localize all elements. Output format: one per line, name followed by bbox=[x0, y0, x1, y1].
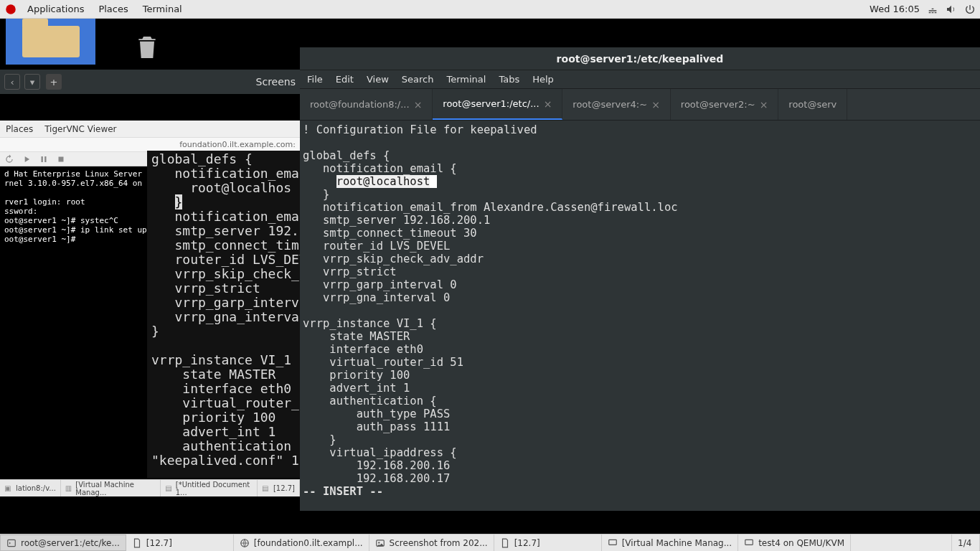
vm-icon: ▥ bbox=[65, 484, 73, 493]
background-editor: global_defs { notification_email root@lo… bbox=[147, 151, 301, 478]
back-button[interactable]: ‹ bbox=[4, 74, 20, 90]
toolbar-pause-icon[interactable] bbox=[39, 154, 49, 164]
task-label: Screenshot from 202... bbox=[390, 538, 488, 548]
menu-applications[interactable]: Applications bbox=[27, 4, 84, 14]
chevron-down-icon[interactable]: ▾ bbox=[24, 74, 40, 90]
power-icon[interactable] bbox=[964, 4, 976, 15]
close-icon[interactable]: × bbox=[760, 99, 768, 110]
network-icon[interactable] bbox=[927, 4, 938, 15]
menu-terminal[interactable]: Terminal bbox=[446, 74, 486, 85]
menu-file[interactable]: File bbox=[307, 74, 323, 85]
vnc-tab-3[interactable]: ▤[*Untitled Document 1... bbox=[161, 480, 258, 496]
terminal-tab-overflow[interactable]: root@serv bbox=[778, 89, 847, 120]
volume-icon[interactable] bbox=[946, 4, 957, 15]
toolbar-play-icon[interactable] bbox=[22, 154, 32, 164]
terminal-tab-server4[interactable]: root@server4:~ × bbox=[562, 89, 671, 120]
tab-label: root@server1:/etc/... bbox=[443, 98, 539, 109]
bg-editor-cursor: } bbox=[175, 194, 183, 209]
folder-icon bbox=[22, 26, 80, 57]
bottom-taskbar: root@server1:/etc/ke... [12.7] [foundati… bbox=[0, 534, 980, 551]
vnc-tab-1[interactable]: ▣lation8:/v... bbox=[0, 480, 61, 496]
vnc-tab-2[interactable]: ▥[Virtual Machine Manag... bbox=[61, 480, 161, 496]
task-test4-vm[interactable]: test4 on QEMU/KVM bbox=[738, 534, 851, 551]
gnome-terminal-window: root@server1:/etc/keepalived File Edit V… bbox=[300, 47, 980, 511]
workspace-label: 1/4 bbox=[958, 538, 971, 548]
image-icon bbox=[375, 538, 385, 548]
document-icon: ▤ bbox=[165, 484, 173, 493]
tab-label: root@serv bbox=[788, 99, 837, 110]
svg-rect-6 bbox=[608, 540, 616, 545]
screenshot-title: Screens bbox=[256, 76, 300, 88]
vnc-titlebar: foundation0.ilt.example.com: bbox=[0, 138, 300, 152]
cursor bbox=[430, 175, 436, 188]
terminal-tabbar: root@foundation8:/... × root@server1:/et… bbox=[300, 89, 980, 121]
vm-icon bbox=[608, 538, 618, 548]
globe-icon bbox=[240, 538, 250, 548]
terminal-tab-server1[interactable]: root@server1:/etc/... × bbox=[433, 89, 562, 120]
terminal-body[interactable]: ! Configuration File for keepalived glob… bbox=[300, 121, 980, 511]
task-terminal[interactable]: root@server1:/etc/ke... bbox=[0, 534, 126, 551]
document-icon bbox=[132, 538, 142, 548]
svg-rect-2 bbox=[8, 540, 16, 546]
menu-view[interactable]: View bbox=[367, 74, 389, 85]
clock[interactable]: Wed 16:05 bbox=[870, 4, 920, 14]
svg-point-0 bbox=[6, 4, 16, 14]
svg-point-5 bbox=[378, 542, 380, 543]
vnc-bottom-taskbar: ▣lation8:/v... ▥[Virtual Machine Manag..… bbox=[0, 479, 300, 496]
task-foundation0[interactable]: [foundation0.ilt.exampl... bbox=[234, 534, 369, 551]
task-virt-manager[interactable]: [Virtual Machine Manag... bbox=[602, 534, 738, 551]
task-label: [foundation0.ilt.exampl... bbox=[254, 538, 363, 548]
terminal-title: root@server1:/etc/keepalived bbox=[300, 47, 980, 70]
menu-edit[interactable]: Edit bbox=[336, 74, 354, 85]
task-label: [12.7] bbox=[146, 538, 172, 548]
vnc-title-text: foundation0.ilt.example.com: bbox=[179, 140, 296, 149]
vnc-menu-viewer[interactable]: TigerVNC Viewer bbox=[44, 124, 116, 134]
terminal-icon bbox=[6, 538, 17, 548]
redhat-logo-icon bbox=[4, 3, 17, 16]
toolbar-reload-icon[interactable] bbox=[4, 154, 14, 164]
task-label: root@server1:/etc/ke... bbox=[21, 538, 120, 548]
tab-label: root@server4:~ bbox=[573, 99, 647, 110]
task-label: [Virtual Machine Manag... bbox=[622, 538, 732, 548]
close-icon[interactable]: × bbox=[414, 99, 423, 110]
task-label: [12.7] bbox=[514, 538, 540, 548]
gnome-topbar: Applications Places Terminal Wed 16:05 bbox=[0, 0, 980, 19]
menu-help[interactable]: Help bbox=[532, 74, 554, 85]
task-doc2[interactable]: [12.7] bbox=[494, 534, 602, 551]
menu-tabs[interactable]: Tabs bbox=[499, 74, 519, 85]
toolbar-stop-icon[interactable] bbox=[56, 154, 66, 164]
vm-icon bbox=[744, 538, 754, 548]
workspace-switcher[interactable]: 1/4 bbox=[951, 534, 980, 551]
document-icon: ▤ bbox=[262, 484, 270, 493]
svg-rect-7 bbox=[745, 540, 753, 545]
document-icon bbox=[500, 538, 510, 548]
terminal-tab-foundation8[interactable]: root@foundation8:/... × bbox=[300, 89, 433, 120]
svg-rect-1 bbox=[59, 156, 64, 161]
desktop-folder-window[interactable] bbox=[6, 19, 95, 65]
terminal-menubar: File Edit View Search Terminal Tabs Help bbox=[300, 70, 980, 89]
close-icon[interactable]: × bbox=[651, 99, 660, 110]
screenshot-window-header: ‹ ▾ + Screens bbox=[0, 70, 300, 94]
terminal-tab-server2[interactable]: root@server2:~ × bbox=[671, 89, 779, 120]
task-doc1[interactable]: [12.7] bbox=[126, 534, 234, 551]
vnc-tab-4[interactable]: ▤[12.7] bbox=[258, 480, 300, 496]
menu-terminal-app[interactable]: Terminal bbox=[143, 4, 182, 14]
vnc-menubar: Places TigerVNC Viewer bbox=[0, 121, 300, 138]
tab-label: root@foundation8:/... bbox=[310, 99, 410, 110]
tab-label: root@server2:~ bbox=[681, 99, 755, 110]
new-tab-button[interactable]: + bbox=[46, 74, 62, 90]
vnc-menu-places[interactable]: Places bbox=[6, 124, 33, 134]
system-tray bbox=[927, 4, 976, 15]
task-label: test4 on QEMU/KVM bbox=[758, 538, 844, 548]
vim-mode-indicator: -- INSERT -- bbox=[303, 485, 383, 498]
menu-search[interactable]: Search bbox=[402, 74, 434, 85]
close-icon[interactable]: × bbox=[544, 98, 552, 110]
highlighted-text: root@localhost bbox=[336, 175, 430, 188]
menu-places[interactable]: Places bbox=[98, 4, 128, 14]
task-screenshot[interactable]: Screenshot from 202... bbox=[369, 534, 494, 551]
trash-icon[interactable] bbox=[133, 32, 161, 63]
terminal-icon: ▣ bbox=[4, 484, 13, 493]
